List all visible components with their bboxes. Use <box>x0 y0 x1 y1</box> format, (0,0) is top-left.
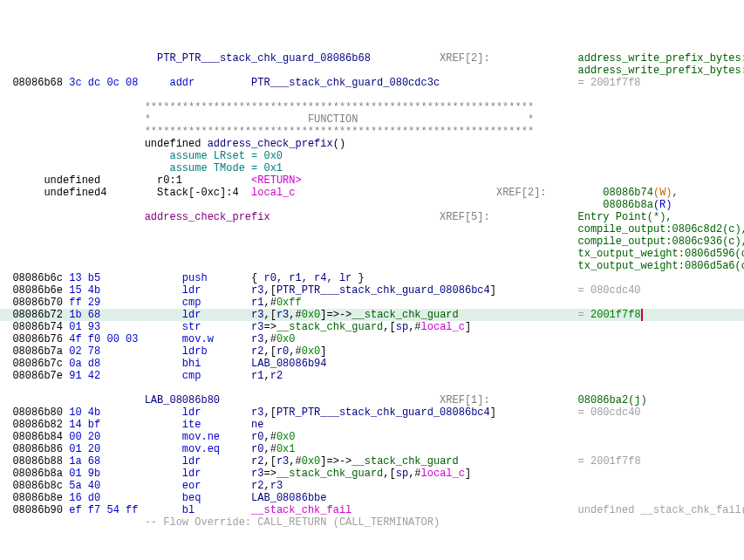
listing-line[interactable]: 08086b84 00 20 mov.ne r0,#0x0 <box>0 431 744 443</box>
listing-line[interactable]: 08086b76 4f f0 00 03 mov.w r3,#0x0 <box>0 333 744 345</box>
bytes: 91 42 <box>69 370 100 382</box>
eol-comment: = 2001f7f8 <box>578 455 641 468</box>
mnemonic: ite <box>182 419 201 431</box>
address: 08086b7e <box>12 370 63 382</box>
bytes: 1b 68 <box>69 309 100 321</box>
listing-line[interactable]: undefined r0:1 <RETURN> <box>0 174 744 187</box>
listing-line[interactable]: -- Flow Override: CALL_RETURN (CALL_TERM… <box>0 516 744 529</box>
address: 08086b90 <box>12 504 63 516</box>
address: 08086b84 <box>12 431 63 443</box>
listing-line[interactable]: 08086b7a 02 78 ldrb r2,[r0,#0x0] <box>0 345 744 358</box>
operand-symbol[interactable]: __stack_chk_guard <box>352 455 458 468</box>
mnemonic: addr <box>169 77 195 89</box>
eol-comment: = 2001f7f8 <box>578 77 641 89</box>
label[interactable]: LAB_08086b80 <box>145 394 220 406</box>
address: 08086b7a <box>12 345 63 358</box>
eol-comment: = 080cdc40 <box>578 284 641 297</box>
listing-line[interactable]: 08086b7c 0a d8 bhi LAB_08086b94 <box>0 358 744 370</box>
xref-link[interactable]: address_write_prefix_bytes:08086... <box>578 52 744 65</box>
operand-symbol[interactable]: __stack_chk_guard <box>352 309 458 321</box>
listing-line[interactable]: 08086b82 14 bf ite ne <box>0 419 744 431</box>
listing-line[interactable]: PTR_PTR___stack_chk_guard_08086b68 XREF[… <box>0 52 744 65</box>
bytes: ff 29 <box>69 297 100 309</box>
mnemonic: bhi <box>182 358 201 370</box>
listing-line[interactable]: ****************************************… <box>0 126 744 138</box>
listing-line[interactable] <box>0 382 744 394</box>
listing-line[interactable]: 08086b88 1a 68 ldr r2,[r3,#0x0]=>->__sta… <box>0 455 744 468</box>
mnemonic: ldr <box>182 309 201 321</box>
listing-line[interactable]: 08086b6e 15 4b ldr r3,[PTR_PTR___stack_c… <box>0 284 744 297</box>
listing-line[interactable]: tx_output_weight:0806d5a6(c) <box>0 260 744 272</box>
address: 08086b6e <box>12 284 63 297</box>
listing-line[interactable]: 08086b68 3c dc 0c 08 addr PTR___stack_ch… <box>0 77 744 89</box>
listing-line[interactable]: 08086b74 01 93 str r3=>__stack_chk_guard… <box>0 321 744 333</box>
mnemonic: mov.eq <box>182 443 220 455</box>
address: 08086b6c <box>12 272 63 284</box>
operand-symbol[interactable]: PTR___stack_chk_guard_080cdc3c <box>251 77 440 89</box>
cursor <box>641 309 643 321</box>
mnemonic: push <box>182 272 208 284</box>
listing-line[interactable]: 08086b8a(R) <box>0 199 744 211</box>
operand-symbol[interactable]: __stack_chk_guard <box>276 321 383 333</box>
bytes: 3c dc 0c 08 <box>69 77 138 89</box>
bytes: 13 b5 <box>69 272 100 284</box>
address: 08086b88 <box>12 455 63 468</box>
operand-symbol[interactable]: __stack_chk_fail <box>251 504 352 516</box>
mnemonic: cmp <box>182 297 201 309</box>
function-name[interactable]: address_check_prefix <box>208 138 333 150</box>
listing-line[interactable]: LAB_08086b80 XREF[1]: 08086ba2(j) <box>0 394 744 406</box>
address: 08086b70 <box>12 297 63 309</box>
operand-symbol[interactable]: PTR_PTR___stack_chk_guard_08086bc4 <box>276 406 490 419</box>
listing-line[interactable]: 08086b70 ff 29 cmp r1,#0xff <box>0 297 744 309</box>
address: 08086b80 <box>12 406 63 419</box>
listing-line[interactable] <box>0 89 744 101</box>
address: 08086b82 <box>12 419 63 431</box>
bytes: 1a 68 <box>69 455 100 468</box>
mnemonic: ldr <box>182 468 201 480</box>
operand-symbol[interactable]: LAB_08086bbe <box>251 492 326 504</box>
listing-line[interactable]: compile_output:0806c8d2(c), <box>0 223 744 236</box>
entry-label: address_check_prefix <box>145 211 270 223</box>
listing-line[interactable]: undefined address_check_prefix() <box>0 138 744 150</box>
bytes: 00 20 <box>69 431 100 443</box>
listing-line[interactable]: address_write_prefix_bytes:08086... <box>0 65 744 77</box>
listing-line[interactable]: assume LRset = 0x0 <box>0 150 744 162</box>
listing-line[interactable]: 08086b8c 5a 40 eor r2,r3 <box>0 480 744 492</box>
listing-line[interactable]: 08086b7e 91 42 cmp r1,r2 <box>0 370 744 382</box>
bytes: 4f f0 00 03 <box>69 333 138 345</box>
mnemonic: ldr <box>182 406 201 419</box>
address: 08086b86 <box>12 443 63 455</box>
address: 08086b76 <box>12 333 63 345</box>
listing-line[interactable]: 08086b86 01 20 mov.eq r0,#0x1 <box>0 443 744 455</box>
disassembly-listing: PTR_PTR___stack_chk_guard_08086b68 XREF[… <box>0 52 744 529</box>
mnemonic: cmp <box>182 370 201 382</box>
listing-line[interactable]: 08086b80 10 4b ldr r3,[PTR_PTR___stack_c… <box>0 406 744 419</box>
listing-line[interactable]: tx_output_weight:0806d596(c), <box>0 248 744 260</box>
operand-symbol[interactable]: LAB_08086b94 <box>251 358 326 370</box>
address: 08086b8a <box>12 468 63 480</box>
address: 08086b68 <box>12 77 63 89</box>
listing-line[interactable]: undefined4 Stack[-0xc]:4 local_c XREF[2]… <box>0 187 744 199</box>
flow-override: -- Flow Override: CALL_RETURN (CALL_TERM… <box>145 516 440 529</box>
operand-symbol[interactable]: PTR_PTR___stack_chk_guard_08086bc4 <box>276 284 490 297</box>
symbol-label: PTR_PTR___stack_chk_guard_08086b68 <box>157 52 371 65</box>
bytes: 01 9b <box>69 468 100 480</box>
mnemonic: bl <box>182 504 195 516</box>
listing-line[interactable]: address_check_prefix XREF[5]: Entry Poin… <box>0 211 744 223</box>
listing-line[interactable]: 08086b72 1b 68 ldr r3,[r3,#0x0]=>->__sta… <box>0 309 744 321</box>
bytes: 14 bf <box>69 419 100 431</box>
listing-line[interactable]: * FUNCTION * <box>0 113 744 126</box>
mnemonic: beq <box>182 492 201 504</box>
listing-line[interactable]: ****************************************… <box>0 101 744 113</box>
xref-link[interactable]: address_write_prefix_bytes:08086... <box>578 65 744 77</box>
listing-line[interactable]: compile_output:0806c936(c), <box>0 236 744 248</box>
operand-symbol[interactable]: __stack_chk_guard <box>276 468 383 480</box>
listing-line[interactable]: 08086b8e 16 d0 beq LAB_08086bbe <box>0 492 744 504</box>
listing-line[interactable]: 08086b90 ef f7 54 ff bl __stack_chk_fail… <box>0 504 744 516</box>
mnemonic: mov.w <box>182 333 214 345</box>
listing-line[interactable]: 08086b6c 13 b5 push { r0, r1, r4, lr } <box>0 272 744 284</box>
listing-line[interactable]: 08086b8a 01 9b ldr r3=>__stack_chk_guard… <box>0 468 744 480</box>
bytes: 10 4b <box>69 406 100 419</box>
bytes: ef f7 54 ff <box>69 504 138 516</box>
listing-line[interactable]: assume TMode = 0x1 <box>0 162 744 174</box>
